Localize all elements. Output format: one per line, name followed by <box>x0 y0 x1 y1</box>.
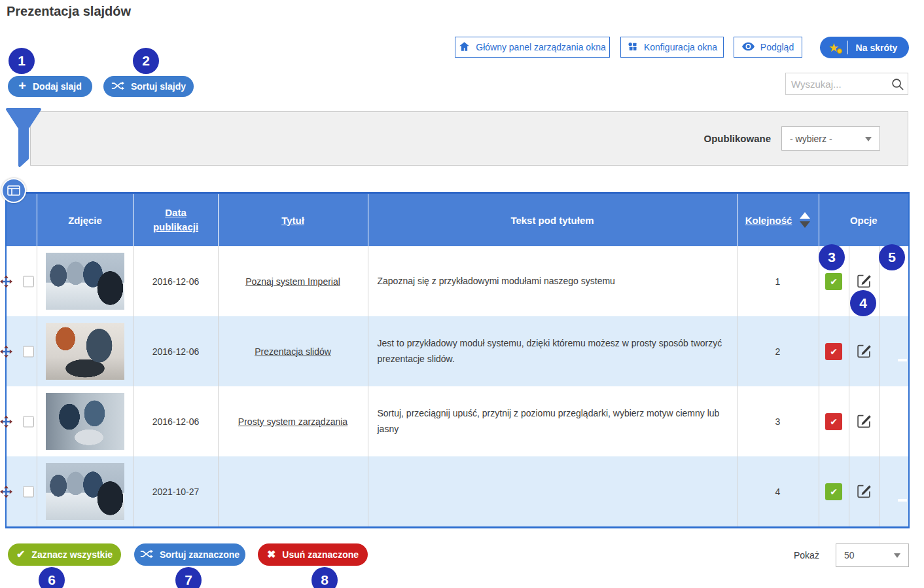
table-header-row: Zdjęcie Data publikacji Tytuł Tekst pod … <box>6 193 909 247</box>
check-icon: ✔ <box>830 276 838 287</box>
edit-icon[interactable] <box>857 483 872 498</box>
step-badge-2: 2 <box>133 48 159 74</box>
header-title-sort[interactable]: Tytuł <box>218 193 368 247</box>
per-page-control: Pokaż 50 <box>794 543 909 567</box>
step-badge-4: 4 <box>850 290 876 316</box>
main-panel-button[interactable]: Główny panel zarządzania okna <box>455 37 610 58</box>
publish-status-toggle[interactable]: ✔ <box>825 273 842 290</box>
slide-order: 4 <box>737 456 819 528</box>
window-config-button[interactable]: Konfiguracja okna <box>620 37 724 58</box>
modules-icon <box>627 41 638 54</box>
slide-date: 2021-10-27 <box>133 456 218 528</box>
table-row: 2021-10-27 4 ✔ <box>6 456 909 528</box>
slide-date: 2016-12-06 <box>133 246 218 316</box>
x-icon: ✖ <box>267 549 275 560</box>
preview-label: Podgląd <box>760 42 794 52</box>
select-all-label: Zaznacz wszystkie <box>31 549 113 560</box>
edit-icon[interactable] <box>857 273 872 288</box>
check-icon: ✔ <box>830 487 838 497</box>
add-slide-label: Dodaj slajd <box>33 81 82 92</box>
header-order-sort[interactable]: Kolejność <box>737 193 819 247</box>
search-input[interactable] <box>786 79 887 90</box>
slide-subtitle-text: Zapoznaj się z przykładowymi modułami na… <box>368 246 737 316</box>
check-icon: ✔ <box>830 416 838 427</box>
home-icon <box>459 41 470 54</box>
per-page-select[interactable]: 50 <box>836 543 909 567</box>
slide-title-link[interactable]: Poznaj system Imperial <box>245 276 340 287</box>
chevron-down-icon <box>894 553 900 558</box>
step-badge-8: 8 <box>311 567 338 588</box>
table-row: 2016-12-06 Prezentacja slidów Jest to pr… <box>6 316 909 386</box>
slides-table: Zdjęcie Data publikacji Tytuł Tekst pod … <box>5 192 910 528</box>
slide-title-link[interactable]: Prosty system zarządzania <box>238 416 347 427</box>
star-icon: ★ <box>820 41 848 54</box>
chevron-down-icon <box>865 137 872 141</box>
sort-selected-button[interactable]: Sortuj zaznaczone <box>134 543 245 566</box>
preview-button[interactable]: Podgląd <box>734 37 802 58</box>
shuffle-icon <box>111 81 124 93</box>
eye-icon <box>742 42 755 53</box>
table-row: 2016-12-06 Prosty system zarządzania Sor… <box>6 386 909 456</box>
published-filter-select[interactable]: - wybierz - <box>781 126 880 151</box>
shortcuts-button[interactable]: ★ Na skróty <box>820 37 909 58</box>
slide-thumbnail <box>46 323 124 380</box>
delete-selected-label: Usuń zaznaczone <box>282 549 359 560</box>
sort-selected-label: Sortuj zaznaczone <box>160 549 240 560</box>
sort-slides-button[interactable]: Sortuj slajdy <box>103 76 194 97</box>
sort-arrows[interactable] <box>800 212 810 228</box>
slide-subtitle-text <box>368 456 737 528</box>
row-checkbox[interactable] <box>23 486 34 497</box>
step-badge-7: 7 <box>175 567 202 588</box>
slides-admin-page: Prezentacja slajdów Główny panel zarządz… <box>0 0 924 588</box>
sort-asc-icon[interactable] <box>800 212 810 219</box>
step-badge-6: 6 <box>39 567 65 588</box>
step-badge-5: 5 <box>879 244 905 270</box>
check-icon: ✔ <box>16 549 25 560</box>
filter-funnel-icon <box>5 108 42 170</box>
drag-handle-icon[interactable] <box>0 345 12 358</box>
slide-thumbnail <box>46 463 124 520</box>
add-slide-button[interactable]: + Dodaj slajd <box>8 76 92 97</box>
header-subtitle: Tekst pod tytułem <box>368 193 737 247</box>
check-icon: ✔ <box>830 346 838 357</box>
window-config-label: Konfiguracja okna <box>644 42 717 52</box>
slide-thumbnail <box>46 393 124 450</box>
per-page-value: 50 <box>844 550 855 560</box>
delete-selected-button[interactable]: ✖ Usuń zaznaczone <box>258 543 368 566</box>
slide-title-link[interactable]: Prezentacja slidów <box>255 346 331 357</box>
slide-thumbnail <box>46 253 124 310</box>
edit-icon[interactable] <box>857 413 872 428</box>
row-checkbox[interactable] <box>23 346 34 357</box>
published-filter-value: - wybierz - <box>790 134 832 144</box>
row-checkbox[interactable] <box>23 416 34 427</box>
search-box <box>785 73 908 95</box>
step-badge-3: 3 <box>819 244 845 270</box>
drag-handle-icon[interactable] <box>0 415 12 428</box>
drag-handle-icon[interactable] <box>0 275 12 287</box>
per-page-label: Pokaż <box>794 550 819 560</box>
header-date-sort[interactable]: Data publikacji <box>133 193 218 247</box>
row-checkbox[interactable] <box>23 276 34 287</box>
select-all-button[interactable]: ✔ Zaznacz wszystkie <box>8 543 121 566</box>
publish-status-toggle[interactable]: ✔ <box>825 483 842 500</box>
publish-status-toggle[interactable]: ✔ <box>825 413 842 430</box>
header-options: Opcje <box>819 193 909 247</box>
slide-date: 2016-12-06 <box>133 316 218 386</box>
publish-status-toggle[interactable]: ✔ <box>825 343 842 360</box>
published-filter-label: Opublikowane <box>703 133 771 144</box>
page-title: Prezentacja slajdów <box>7 4 131 19</box>
table-settings-icon[interactable] <box>1 178 26 203</box>
sort-slides-label: Sortuj slajdy <box>131 81 186 92</box>
search-icon[interactable] <box>887 78 908 90</box>
shuffle-icon <box>140 549 153 561</box>
table-row: 2016-12-06 Poznaj system Imperial Zapozn… <box>6 246 909 316</box>
sort-desc-icon[interactable] <box>800 221 810 228</box>
plus-icon: + <box>18 79 26 94</box>
drag-handle-icon[interactable] <box>0 485 12 498</box>
edit-icon[interactable] <box>857 343 872 358</box>
main-panel-label: Główny panel zarządzania okna <box>476 42 605 52</box>
slide-order: 1 <box>737 246 819 316</box>
filter-bar: Opublikowane - wybierz - <box>30 111 908 166</box>
shortcuts-label: Na skróty <box>848 43 909 53</box>
slide-date: 2016-12-06 <box>133 386 218 456</box>
